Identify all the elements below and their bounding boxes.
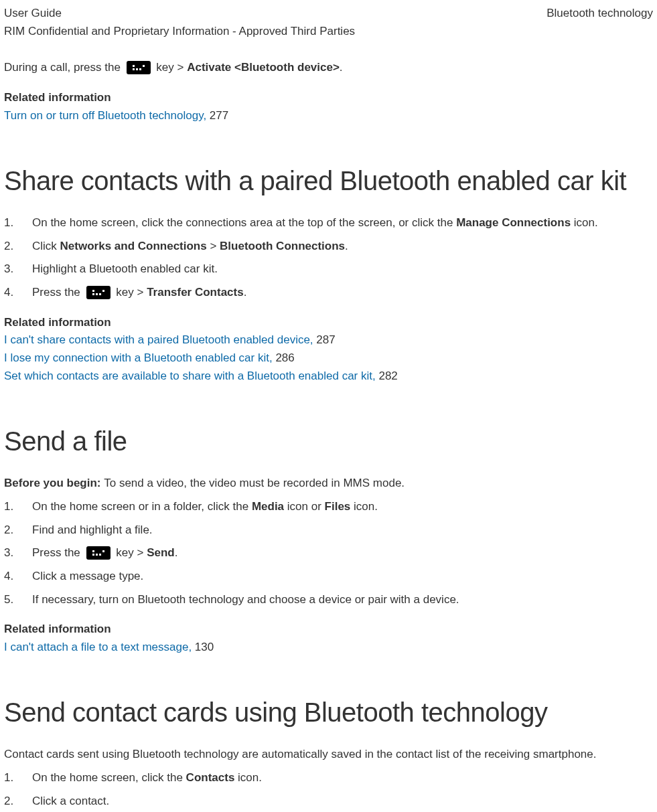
related-info-heading: Related information xyxy=(4,90,653,106)
step-item: On the home screen, click the connection… xyxy=(4,215,653,232)
header-section-name: Bluetooth technology xyxy=(546,5,653,22)
step-text: icon. xyxy=(571,216,598,229)
related-link-row: I can't share contacts with a paired Blu… xyxy=(4,332,653,349)
step-item: Click Networks and Connections > Bluetoo… xyxy=(4,238,653,255)
intro-text-pre: During a call, press the xyxy=(4,61,124,74)
step-text: icon or xyxy=(284,500,324,513)
link-turn-on-bluetooth[interactable]: Turn on or turn off Bluetooth technology… xyxy=(4,109,210,122)
related-info-heading: Related information xyxy=(4,315,653,331)
step-text: On the home screen or in a folder, click… xyxy=(32,500,252,513)
step-text: > xyxy=(207,240,220,252)
step-item: On the home screen or in a folder, click… xyxy=(4,499,653,515)
step-text: Find and highlight a file. xyxy=(32,523,153,536)
steps-send-contact-cards: On the home screen, click the Contacts i… xyxy=(4,770,653,812)
step-text: Highlight a Bluetooth enabled car kit. xyxy=(32,262,218,275)
step-item: If necessary, turn on Bluetooth technolo… xyxy=(4,592,653,608)
step-text: Press the xyxy=(32,286,84,299)
before-you-begin: Before you begin: To send a video, the v… xyxy=(4,475,653,492)
step-item: On the home screen, click the Contacts i… xyxy=(4,770,653,787)
step-bold: Transfer Contacts xyxy=(147,286,244,299)
step-text: If necessary, turn on Bluetooth technolo… xyxy=(32,593,459,606)
step-bold: Bluetooth Connections xyxy=(220,240,345,252)
intro-end: . xyxy=(340,61,343,74)
step-text: Press the xyxy=(32,546,84,559)
steps-send-file: On the home screen or in a folder, click… xyxy=(4,499,653,608)
step-text: . xyxy=(175,546,178,559)
link-page-num: 277 xyxy=(210,109,228,122)
related-link-row: Turn on or turn off Bluetooth technology… xyxy=(4,108,653,125)
step-bold: Manage Connections xyxy=(456,216,571,229)
header-guide-title: User Guide xyxy=(4,5,355,22)
step-text: Click a message type. xyxy=(32,570,143,582)
step-text: On the home screen, click the connection… xyxy=(32,216,456,229)
link-cant-attach-file[interactable]: I can't attach a file to a text message, xyxy=(4,641,195,653)
step-item: Click a contact. xyxy=(4,793,653,810)
heading-share-contacts: Share contacts with a paired Bluetooth e… xyxy=(4,161,653,200)
heading-send-contact-cards: Send contact cards using Bluetooth techn… xyxy=(4,693,653,732)
step-item: Click a message type. xyxy=(4,568,653,585)
link-lose-connection[interactable]: I lose my connection with a Bluetooth en… xyxy=(4,351,275,364)
related-link-row: I can't attach a file to a text message,… xyxy=(4,639,653,656)
blackberry-menu-key-icon xyxy=(127,61,151,74)
step-item: Highlight a Bluetooth enabled car kit. xyxy=(4,261,653,278)
related-info-heading: Related information xyxy=(4,621,653,638)
step-item: Press the key > Transfer Contacts. xyxy=(4,285,653,301)
step-text: key > xyxy=(116,286,147,299)
intro-send-contact-cards: Contact cards sent using Bluetooth techn… xyxy=(4,746,653,763)
link-page-num: 287 xyxy=(316,333,335,346)
step-text: . xyxy=(244,286,247,299)
step-text: On the home screen, click the xyxy=(32,771,186,784)
step-text: key > xyxy=(116,546,147,559)
link-cant-share-contacts[interactable]: I can't share contacts with a paired Blu… xyxy=(4,333,316,346)
steps-share-contacts: On the home screen, click the connection… xyxy=(4,215,653,301)
related-link-row: I lose my connection with a Bluetooth en… xyxy=(4,350,653,367)
header-confidential: RIM Confidential and Proprietary Informa… xyxy=(4,23,355,40)
step-bold: Networks and Connections xyxy=(60,240,207,252)
link-page-num: 282 xyxy=(378,370,397,382)
step-item: Find and highlight a file. xyxy=(4,522,653,539)
step-bold: Media xyxy=(252,500,284,513)
step-item: Press the key > Send. xyxy=(4,545,653,562)
step-text: . xyxy=(345,240,348,252)
link-set-which-contacts[interactable]: Set which contacts are available to shar… xyxy=(4,370,378,382)
step-bold: Contacts xyxy=(186,771,235,784)
link-page-num: 286 xyxy=(275,351,294,364)
step-text: icon. xyxy=(350,500,378,513)
intro-text-post-a: key > xyxy=(156,61,187,74)
link-page-num: 130 xyxy=(195,641,214,653)
blackberry-menu-key-icon xyxy=(86,286,111,299)
step-text: Click xyxy=(32,240,60,252)
heading-send-a-file: Send a file xyxy=(4,422,653,461)
step-text: Click a contact. xyxy=(32,795,109,807)
intro-paragraph: During a call, press the key > Activate … xyxy=(4,60,653,76)
step-text: icon. xyxy=(234,771,262,784)
intro-bold-activate: Activate <Bluetooth device> xyxy=(187,61,340,74)
byb-label: Before you begin: xyxy=(4,477,104,489)
related-link-row: Set which contacts are available to shar… xyxy=(4,368,653,385)
page-header: User Guide RIM Confidential and Propriet… xyxy=(4,5,653,39)
step-bold: Files xyxy=(325,500,351,513)
step-bold: Send xyxy=(147,546,175,559)
byb-text: To send a video, the video must be recor… xyxy=(104,477,405,489)
blackberry-menu-key-icon xyxy=(86,546,111,560)
